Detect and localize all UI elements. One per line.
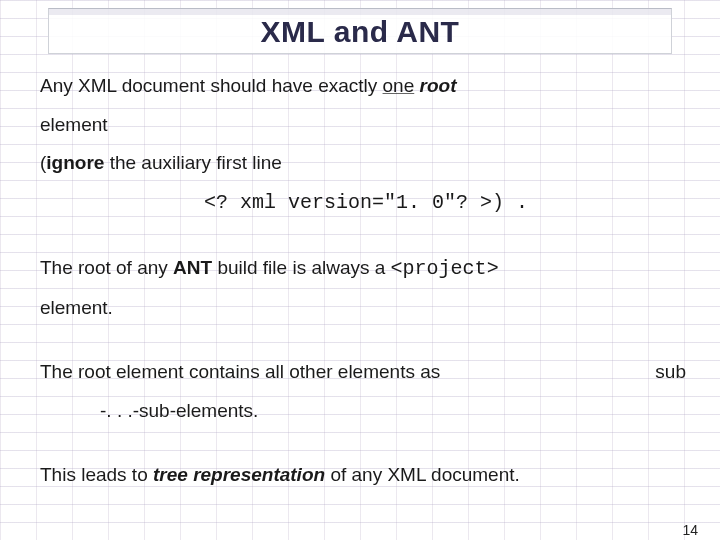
paragraph-2-line1: (ignore the auxiliary first line	[40, 149, 692, 178]
code-project-tag: <project>	[391, 257, 499, 280]
slide: XML and ANT Any XML document should have…	[0, 8, 720, 540]
text-underline-one: one	[383, 75, 415, 96]
text: Any XML document should have exactly	[40, 75, 383, 96]
paragraph-3-line2: element.	[40, 294, 692, 323]
paragraph-1-line1: Any XML document should have exactly one…	[40, 72, 692, 101]
paragraph-4-line2: -. . .-sub-elements.	[40, 397, 692, 426]
slide-body: Any XML document should have exactly one…	[40, 72, 692, 490]
text-tree-rep: tree representation	[153, 464, 325, 485]
code-tail: ) .	[492, 191, 528, 214]
text: the auxiliary first line	[104, 152, 281, 173]
paragraph-1-line2: element	[40, 111, 692, 140]
title-bar: XML and ANT	[48, 8, 672, 54]
code-line: <? xml version="1. 0"? >) .	[40, 188, 692, 218]
text-left: The root element contains all other elem…	[40, 358, 440, 387]
text-root: root	[420, 75, 457, 96]
text: The root of any	[40, 257, 173, 278]
paragraph-4-line1: The root element contains all other elem…	[40, 358, 692, 387]
paragraph-5: This leads to tree representation of any…	[40, 461, 692, 490]
text: This leads to	[40, 464, 153, 485]
text-right-sub: sub	[655, 358, 692, 387]
text-ant: ANT	[173, 257, 212, 278]
slide-title: XML and ANT	[49, 15, 671, 49]
code-xml-decl: <? xml version="1. 0"? >	[204, 191, 492, 214]
text-ignore: ignore	[46, 152, 104, 173]
paragraph-3-line1: The root of any ANT build file is always…	[40, 254, 692, 284]
text: of any XML document.	[325, 464, 520, 485]
page-number: 14	[682, 522, 698, 538]
text: build file is always a	[212, 257, 390, 278]
